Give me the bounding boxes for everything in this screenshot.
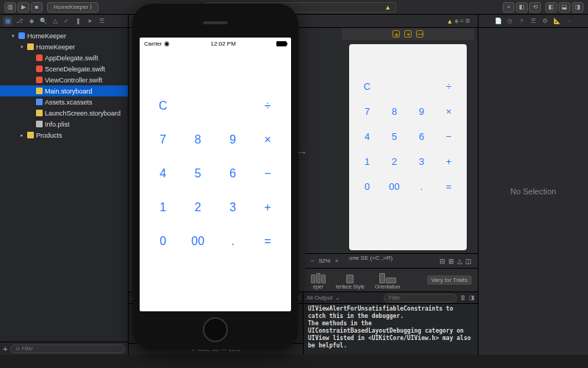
key-9[interactable]: 9 <box>215 123 251 157</box>
simulator-window[interactable]: Carrier◉ 12:02 PM C÷ 789× 456− 123+ 000.… <box>132 4 298 350</box>
exit-icon[interactable]: ⟶ <box>416 30 423 38</box>
run-button[interactable]: ▶ <box>18 2 29 13</box>
key-2[interactable]: 2 <box>381 149 408 174</box>
tree-file-mainstoryboard[interactable]: Main.storyboard <box>0 85 128 96</box>
console-filter-input[interactable]: Filter <box>384 294 457 302</box>
add-target-button[interactable]: + <box>3 344 7 353</box>
device-picker[interactable]: eper <box>311 272 326 289</box>
stop-button[interactable]: ■ <box>31 2 43 13</box>
key-3[interactable]: 3 <box>215 191 251 224</box>
key-eq[interactable]: = <box>435 174 462 199</box>
issue-nav-icon[interactable]: △ <box>50 16 60 26</box>
tree-file-scenedelegate[interactable]: SceneDelegate.swift <box>0 63 128 74</box>
key-6[interactable]: 6 <box>408 124 435 149</box>
debug-nav-icon[interactable]: ❚ <box>74 16 83 26</box>
attr-insp-icon[interactable]: ⚙ <box>540 16 550 26</box>
key-1[interactable]: 1 <box>354 149 381 174</box>
scheme-selector[interactable]: HomeKeeper ⟩ <box>47 2 98 13</box>
find-nav-icon[interactable]: 🔍 <box>38 16 48 26</box>
key-sub[interactable]: − <box>251 157 286 191</box>
key-00[interactable]: 00 <box>381 174 408 199</box>
embed-icon[interactable]: ◫ <box>465 258 472 265</box>
zoom-value[interactable]: 92% <box>319 258 331 264</box>
tree-file-infoplist[interactable]: Info.plist <box>0 118 128 130</box>
key-add[interactable]: + <box>251 191 286 224</box>
key-div[interactable]: ÷ <box>435 74 462 99</box>
left-panel-toggle[interactable]: ◧ <box>545 2 557 13</box>
outline-icon[interactable]: ◈ <box>454 18 459 24</box>
key-6[interactable]: 6 <box>215 157 251 191</box>
key-5[interactable]: 5 <box>381 124 408 149</box>
adjust-icon[interactable]: ≡ <box>460 18 464 24</box>
tree-products[interactable]: ▸Products <box>0 130 128 141</box>
test-nav-icon[interactable]: ✓ <box>62 16 71 26</box>
bp-nav-icon[interactable]: ➤ <box>85 16 95 26</box>
key-9[interactable]: 9 <box>408 99 435 124</box>
project-nav-icon[interactable]: ▦ <box>3 16 12 26</box>
key-1[interactable]: 1 <box>146 191 181 224</box>
tree-file-launchscreen[interactable]: LaunchScreen.storyboard <box>0 107 128 118</box>
key-0[interactable]: 0 <box>146 224 181 258</box>
key-4[interactable]: 4 <box>146 157 181 191</box>
zoom-in-button[interactable]: + <box>335 258 339 264</box>
key-7[interactable]: 7 <box>146 123 181 157</box>
panels-button[interactable]: ▥ <box>4 2 16 13</box>
bottom-panel-toggle[interactable]: ⬓ <box>559 2 570 13</box>
add-button[interactable]: + <box>503 2 514 13</box>
trash-icon[interactable]: 🗑 <box>460 294 466 301</box>
help-insp-icon[interactable]: ? <box>517 16 526 26</box>
orientation[interactable]: Orientation <box>375 272 400 289</box>
ib-view[interactable]: C÷ 789× 456− 123+ 000.= <box>349 44 467 250</box>
right-panel-toggle[interactable]: ◨ <box>572 2 584 13</box>
key-0[interactable]: 0 <box>354 174 381 199</box>
key-5[interactable]: 5 <box>181 157 216 191</box>
assist-icon[interactable]: ⊞ <box>465 18 470 24</box>
key-c[interactable]: C <box>354 74 381 99</box>
report-nav-icon[interactable]: ☰ <box>97 16 107 26</box>
identity-insp-icon[interactable]: ☰ <box>528 16 538 26</box>
key-div[interactable]: ÷ <box>251 89 286 123</box>
conn-insp-icon[interactable]: → <box>564 16 573 26</box>
key-7[interactable]: 7 <box>354 99 381 124</box>
key-sub[interactable]: − <box>435 124 462 149</box>
zoom-out-button[interactable]: − <box>311 258 315 264</box>
key-mul[interactable]: × <box>435 99 462 124</box>
key-add[interactable]: + <box>435 149 462 174</box>
key-c[interactable]: C <box>146 89 181 123</box>
console-scope[interactable]: All Output <box>306 294 332 301</box>
tree-root[interactable]: ▾HomeKeeper <box>0 30 128 41</box>
key-00[interactable]: 00 <box>181 224 216 258</box>
pin-icon[interactable]: ⊞ <box>448 258 454 265</box>
library-button[interactable]: ◧ <box>516 2 528 13</box>
home-button[interactable] <box>203 317 228 342</box>
key-mul[interactable]: × <box>251 123 286 157</box>
key-eq[interactable]: = <box>251 224 286 258</box>
vc-icon[interactable]: ◉ <box>392 30 400 38</box>
tree-file-appdelegate[interactable]: AppDelegate.swift <box>0 52 128 63</box>
file-insp-icon[interactable]: 📄 <box>493 16 503 26</box>
source-nav-icon[interactable]: ⎇ <box>15 16 24 26</box>
tree-group[interactable]: ▾HomeKeeper <box>0 41 128 52</box>
vary-for-traits-button[interactable]: Vary for Traits <box>427 275 472 285</box>
interface-style[interactable]: terface Style <box>336 272 365 289</box>
key-8[interactable]: 8 <box>381 99 408 124</box>
tree-file-viewcontroller[interactable]: ViewController.swift <box>0 74 128 85</box>
console-output[interactable]: UIViewAlertForUnsatisfiableConstraints t… <box>304 304 478 355</box>
key-dot[interactable]: . <box>408 174 435 199</box>
simulator-screen[interactable]: Carrier◉ 12:02 PM C÷ 789× 456− 123+ 000.… <box>140 38 291 311</box>
size-insp-icon[interactable]: 📐 <box>552 16 562 26</box>
key-8[interactable]: 8 <box>181 123 216 157</box>
warning-icon[interactable]: ▲ <box>446 18 453 25</box>
review-button[interactable]: ⟲ <box>529 2 541 13</box>
panel-icon[interactable]: ◨ <box>469 294 475 301</box>
key-4[interactable]: 4 <box>354 124 381 149</box>
tree-file-assets[interactable]: Assets.xcassets <box>0 96 128 107</box>
align-icon[interactable]: ⊟ <box>440 258 445 265</box>
first-responder-icon[interactable]: ❖ <box>404 30 412 38</box>
nav-filter-input[interactable]: ⊙ Filter <box>10 344 125 353</box>
key-dot[interactable]: . <box>215 224 251 258</box>
symbol-nav-icon[interactable]: ◆ <box>26 16 36 26</box>
resolve-icon[interactable]: △ <box>457 258 462 265</box>
key-2[interactable]: 2 <box>181 191 216 224</box>
key-3[interactable]: 3 <box>408 149 435 174</box>
